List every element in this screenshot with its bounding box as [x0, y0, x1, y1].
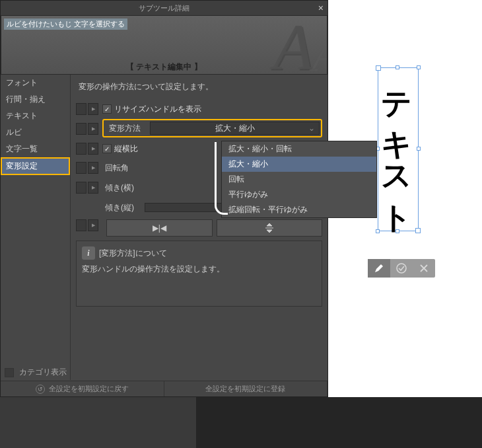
- svg-point-0: [397, 264, 406, 273]
- skew-v-label: 傾き(縦): [105, 202, 142, 213]
- resize-handle-checkbox[interactable]: ✓: [102, 104, 112, 114]
- dropdown-option[interactable]: 拡縮回転・平行ゆがみ: [222, 202, 376, 217]
- info-title: [変形方法]について: [99, 248, 167, 259]
- category-display-row[interactable]: カテゴリ表示: [5, 367, 67, 378]
- text-bounding-box[interactable]: テキスト: [378, 67, 419, 231]
- category-sidebar: フォント 行間・揃え テキスト ルビ 文字一覧 変形設定: [1, 75, 71, 380]
- vertical-text[interactable]: テキスト: [378, 68, 418, 231]
- text-edit-toolbar: [368, 259, 435, 278]
- rotation-label: 回転角: [105, 163, 142, 174]
- dropdown-option[interactable]: 拡大・縮小: [222, 157, 376, 172]
- edit-icon[interactable]: [368, 259, 390, 278]
- decorative-letter: A: [312, 29, 327, 75]
- transform-method-row: 変形方法 拡大・縮小: [76, 120, 322, 137]
- expand-toggle[interactable]: [88, 182, 98, 194]
- info-body: 変形ハンドルの操作方法を設定します。: [82, 264, 316, 275]
- header-preview: ルビを付けたいもじ 文字を選択する A A 【 テキスト編集中 】: [1, 15, 327, 75]
- close-icon[interactable]: ×: [318, 3, 324, 13]
- visibility-toggle[interactable]: [76, 103, 86, 115]
- description-text: 変形の操作方法について設定します。: [79, 81, 322, 93]
- reset-all-button[interactable]: ↺ 全設定を初期設定に戻す: [1, 381, 164, 396]
- flip-horizontal-button[interactable]: ▶|◀: [106, 219, 213, 237]
- visibility-toggle[interactable]: [76, 143, 86, 155]
- dropdown-option[interactable]: 回転: [222, 172, 376, 187]
- expand-toggle[interactable]: [88, 123, 98, 135]
- sidebar-item-text[interactable]: テキスト: [1, 108, 70, 124]
- resize-handle-row: ✓ リサイズハンドルを表示: [76, 100, 322, 118]
- save-all-button[interactable]: 全設定を初期設定に登録: [164, 381, 328, 396]
- transform-dropdown: 拡大・縮小・回転 拡大・縮小 回転 平行ゆがみ 拡縮回転・平行ゆがみ: [221, 141, 377, 218]
- dialog-title: サブツール詳細: [139, 3, 189, 13]
- expand-toggle[interactable]: [88, 219, 98, 231]
- workspace-background: [196, 397, 482, 448]
- flip-vertical-button[interactable]: [217, 219, 323, 237]
- visibility-toggle[interactable]: [76, 182, 86, 194]
- sidebar-item-line[interactable]: 行間・揃え: [1, 91, 70, 108]
- category-checkbox[interactable]: [5, 368, 14, 377]
- confirm-icon[interactable]: [390, 259, 413, 278]
- expand-toggle[interactable]: [88, 162, 98, 174]
- visibility-toggle[interactable]: [76, 219, 86, 231]
- aspect-checkbox[interactable]: ✓: [102, 144, 112, 153]
- dropdown-option[interactable]: 平行ゆがみ: [222, 187, 376, 202]
- settings-content: 変形の操作方法について設定します。 ✓ リサイズハンドルを表示 変形方法: [71, 75, 327, 380]
- sidebar-item-charlist[interactable]: 文字一覧: [1, 141, 70, 157]
- visibility-toggle[interactable]: [76, 123, 86, 135]
- aspect-label: 縦横比: [114, 143, 138, 155]
- editing-status: 【 テキスト編集中 】: [126, 61, 202, 73]
- expand-toggle[interactable]: [88, 103, 98, 115]
- sidebar-item-font[interactable]: フォント: [1, 75, 70, 91]
- ruby-hint-badge: ルビを付けたいもじ 文字を選択する: [4, 19, 127, 30]
- dropdown-option[interactable]: 拡大・縮小・回転: [222, 141, 376, 157]
- cancel-icon[interactable]: [413, 259, 435, 278]
- expand-toggle[interactable]: [88, 143, 98, 155]
- visibility-toggle[interactable]: [76, 162, 86, 174]
- info-box: i [変形方法]について 変形ハンドルの操作方法を設定します。: [76, 241, 322, 307]
- skew-h-label: 傾き(横): [105, 182, 142, 194]
- sidebar-item-transform[interactable]: 変形設定: [1, 157, 70, 175]
- titlebar: サブツール詳細 ×: [1, 1, 327, 15]
- resize-handle-label: リサイズハンドルを表示: [114, 104, 201, 115]
- footer-buttons: ↺ 全設定を初期設定に戻す 全設定を初期設定に登録: [1, 381, 327, 396]
- transform-method-label: 変形方法: [105, 123, 150, 134]
- flip-button-row: ▶|◀: [76, 219, 322, 237]
- category-label: カテゴリ表示: [19, 367, 67, 378]
- decorative-letter: A: [273, 15, 314, 75]
- reset-icon: ↺: [36, 385, 45, 394]
- sidebar-item-ruby[interactable]: ルビ: [1, 124, 70, 141]
- subtool-detail-dialog: サブツール詳細 × ルビを付けたいもじ 文字を選択する A A 【 テキスト編集…: [0, 0, 328, 397]
- transform-method-select[interactable]: 拡大・縮小: [150, 122, 320, 135]
- info-icon: i: [82, 246, 95, 260]
